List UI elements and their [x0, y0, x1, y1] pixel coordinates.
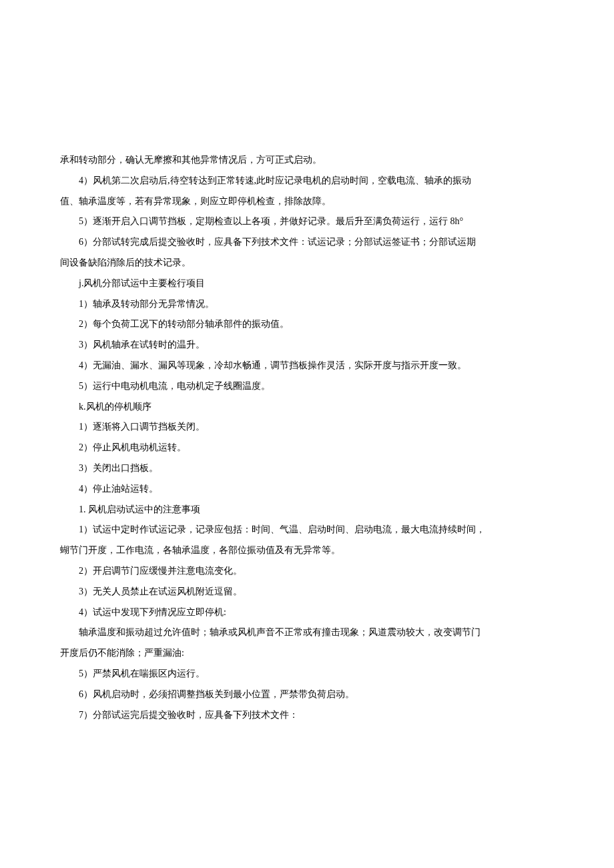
paragraph-line: 6）分部试转完成后提交验收时，应具备下列技术文件：试运记录；分部试运签证书；分部…: [60, 232, 554, 253]
paragraph-line: 4）风机第二次启动后,待空转达到正常转速,此时应记录电机的启动时间，空载电流、轴…: [60, 171, 554, 191]
paragraph-line: 5）逐渐开启入口调节挡板，定期检查以上各项，并做好记录。最后升至满负荷运行，运行…: [60, 211, 554, 232]
paragraph-line: 5）运行中电动机电流，电动机定子线圈温度。: [60, 376, 554, 397]
paragraph-line: 6）风机启动时，必须招调整挡板关到最小位置，严禁带负荷启动。: [60, 685, 554, 705]
paragraph-line: 值、轴承温度等，若有异常现象，则应立即停机检查，排除故障。: [60, 191, 554, 212]
paragraph-line: k.风机的停机顺序: [60, 397, 554, 418]
paragraph-line: 1）轴承及转动部分无异常情况。: [60, 294, 554, 315]
paragraph-line: 7）分部试运完后提交验收时，应具备下列技术文件：: [60, 705, 554, 726]
paragraph-line: 2）停止风机电动机运转。: [60, 438, 554, 458]
paragraph-line: 1. 风机启动试运中的注意事项: [60, 500, 554, 520]
paragraph-line: 3）关闭出口挡板。: [60, 458, 554, 479]
paragraph-line: 4）试运中发现下列情况应立即停机:: [60, 602, 554, 623]
paragraph-line: 4）无漏油、漏水、漏风等现象，冷却水畅通，调节挡板操作灵活，实际开度与指示开度一…: [60, 356, 554, 376]
paragraph-line: j.风机分部试运中主要检行项目: [60, 274, 554, 294]
paragraph-line: 蝴节门开度，工作电流，各轴承温度，各部位振动值及有无异常等。: [60, 540, 554, 561]
paragraph-line: 1）逐渐将入口调节挡板关闭。: [60, 417, 554, 438]
paragraph-line: 间设备缺陷消除后的技术记录。: [60, 253, 554, 274]
paragraph-line: 轴承温度和振动超过允许值时；轴承或风机声音不正常或有撞击现象；风道震动较大，改变…: [60, 622, 554, 643]
paragraph-line: 4）停止油站运转。: [60, 479, 554, 500]
paragraph-line: 5）严禁风机在喘振区内运行。: [60, 664, 554, 685]
paragraph-line: 承和转动部分，确认无摩擦和其他异常情况后，方可正式启动。: [60, 150, 554, 171]
paragraph-line: 2）开启调节门应缓慢并注意电流变化。: [60, 561, 554, 582]
paragraph-line: 开度后仍不能消除；严重漏油:: [60, 643, 554, 664]
paragraph-line: 1）试运中定时作试运记录，记录应包括：时间、气温、启动时间、启动电流，最大电流持…: [60, 520, 554, 540]
document-body: 承和转动部分，确认无摩擦和其他异常情况后，方可正式启动。 4）风机第二次启动后,…: [60, 150, 554, 725]
paragraph-line: 2）每个负荷工况下的转动部分轴承部件的振动值。: [60, 314, 554, 335]
paragraph-line: 3）无关人员禁止在试运风机附近逗留。: [60, 582, 554, 602]
paragraph-line: 3）风机轴承在试转时的温升。: [60, 335, 554, 356]
